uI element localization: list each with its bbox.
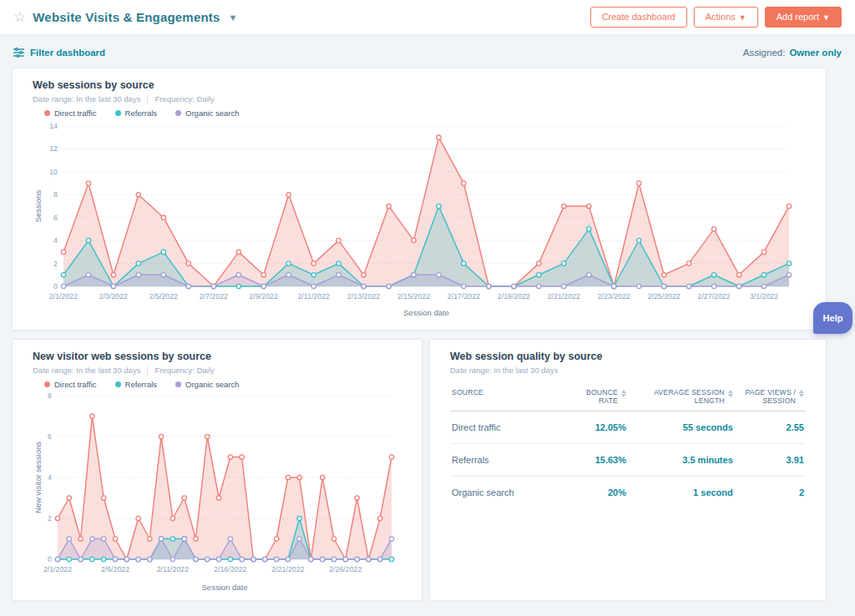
date-range-label: Date range: In the last 30 days: [450, 366, 558, 375]
legend-item-organic-search[interactable]: Organic search: [175, 109, 239, 118]
date-range-label: Date range: In the last 30 days: [33, 94, 140, 104]
legend-item-organic-search[interactable]: Organic search: [175, 380, 239, 389]
date-range-label: Date range: In the last 30 days: [33, 366, 140, 375]
value-cell: 2.55: [735, 412, 806, 444]
svg-text:2/1/2022: 2/1/2022: [43, 565, 72, 573]
svg-text:4: 4: [53, 236, 58, 245]
column-header-bounce-rate[interactable]: BOUNCE RATE: [560, 385, 628, 412]
session-quality-subtitle: Date range: In the last 30 days: [450, 366, 806, 375]
value-cell: 20%: [560, 477, 628, 509]
svg-text:2/7/2022: 2/7/2022: [200, 292, 228, 300]
value-cell: 12.05%: [560, 412, 628, 444]
svg-text:12: 12: [49, 144, 58, 153]
table-header-row: SOURCEBOUNCE RATEAVERAGE SESSION LENGTHP…: [450, 385, 806, 412]
web-sessions-subtitle: Date range: In the last 30 days Frequenc…: [33, 94, 806, 104]
svg-text:6: 6: [48, 432, 52, 441]
source-cell: Direct traffic: [450, 412, 560, 444]
dashboard-title-group: ☆ Website Visits & Engagements ▼: [13, 10, 237, 24]
svg-text:2/6/2022: 2/6/2022: [101, 565, 129, 573]
topbar-actions: Create dashboard Actions▼ Add report▼: [590, 7, 842, 28]
legend-label: Organic search: [185, 109, 239, 118]
chevron-down-icon: ▼: [739, 13, 746, 22]
filter-sliders-icon: [13, 48, 24, 58]
dashboard-switcher-caret-icon[interactable]: ▼: [229, 13, 238, 23]
subtitle-divider: [147, 366, 148, 375]
new-visitor-sessions-legend: Direct trafficReferralsOrganic search: [44, 380, 402, 389]
chevron-down-icon: ▼: [822, 13, 830, 22]
svg-text:2/26/2022: 2/26/2022: [329, 565, 362, 573]
assigned-value-link[interactable]: Owner only: [789, 48, 842, 58]
assigned-label: Assigned:: [743, 48, 786, 58]
favorite-star-icon[interactable]: ☆: [13, 10, 26, 24]
svg-text:2/15/2022: 2/15/2022: [397, 292, 430, 300]
web-sessions-title: Web sessions by source: [33, 79, 806, 91]
legend-dot-icon: [44, 110, 50, 116]
svg-text:10: 10: [49, 168, 58, 176]
filter-dashboard-button[interactable]: Filter dashboard: [13, 48, 105, 58]
value-cell: 55 seconds: [628, 412, 735, 444]
column-header-page-views-session[interactable]: PAGE VIEWS / SESSION: [735, 385, 806, 412]
column-header-average-session-length[interactable]: AVERAGE SESSION LENGTH: [628, 385, 735, 412]
new-visitor-sessions-title: New visitor web sessions by source: [33, 351, 402, 362]
legend-label: Organic search: [185, 380, 239, 389]
svg-text:2/21/2022: 2/21/2022: [548, 292, 580, 300]
subtitle-divider: [147, 95, 148, 104]
svg-text:2/27/2022: 2/27/2022: [698, 292, 731, 300]
svg-text:2/23/2022: 2/23/2022: [598, 292, 630, 300]
svg-text:3/1/2022: 3/1/2022: [750, 292, 778, 300]
legend-label: Referrals: [125, 109, 158, 118]
create-dashboard-button[interactable]: Create dashboard: [590, 7, 687, 28]
filter-dashboard-label: Filter dashboard: [30, 48, 105, 58]
legend-dot-icon: [115, 110, 121, 116]
svg-text:8: 8: [53, 190, 58, 199]
svg-text:2/16/2022: 2/16/2022: [214, 565, 246, 573]
session-quality-table: SOURCEBOUNCE RATEAVERAGE SESSION LENGTHP…: [450, 385, 806, 508]
legend-dot-icon: [175, 110, 181, 116]
legend-label: Direct traffic: [54, 109, 97, 118]
legend-item-direct-traffic[interactable]: Direct traffic: [44, 109, 97, 118]
source-cell: Referrals: [450, 444, 560, 477]
column-header-label: PAGE VIEWS / SESSION: [736, 388, 796, 405]
source-cell: Organic search: [450, 477, 560, 509]
web-sessions-legend: Direct trafficReferralsOrganic search: [44, 109, 806, 118]
svg-text:6: 6: [53, 214, 58, 222]
legend-dot-icon: [175, 381, 181, 387]
actions-button[interactable]: Actions▼: [694, 7, 758, 28]
session-quality-title: Web session quality by source: [450, 351, 806, 362]
table-row: Referrals15.63%3.5 minutes3.91: [450, 444, 806, 477]
svg-text:2/17/2022: 2/17/2022: [448, 292, 480, 300]
value-cell: 1 second: [628, 477, 735, 509]
legend-dot-icon: [115, 381, 121, 387]
top-bar: ☆ Website Visits & Engagements ▼ Create …: [0, 0, 855, 35]
legend-item-referrals[interactable]: Referrals: [115, 380, 158, 389]
new-visitor-sessions-chart[interactable]: 024682/1/20222/6/20222/11/20222/16/20222…: [33, 391, 402, 594]
svg-text:2: 2: [48, 514, 52, 523]
new-visitor-sessions-subtitle: Date range: In the last 30 days Frequenc…: [33, 366, 402, 375]
svg-text:Session date: Session date: [202, 583, 248, 592]
web-sessions-chart[interactable]: 024681012142/1/20222/3/20222/5/20222/7/2…: [33, 119, 806, 320]
svg-text:Session date: Session date: [403, 308, 449, 317]
actions-button-label: Actions: [706, 12, 736, 22]
dashboard-title: Website Visits & Engagements: [33, 10, 220, 24]
column-header-label: AVERAGE SESSION LENGTH: [641, 388, 725, 405]
sort-arrows-icon: [728, 388, 733, 397]
svg-text:14: 14: [49, 122, 58, 130]
add-report-button[interactable]: Add report▼: [765, 7, 842, 28]
legend-item-referrals[interactable]: Referrals: [115, 109, 158, 118]
assigned-control: Assigned: Owner only: [743, 48, 842, 58]
frequency-label: Frequency: Daily: [154, 94, 214, 104]
svg-text:0: 0: [48, 555, 52, 563]
add-report-button-label: Add report: [777, 12, 819, 22]
column-header-label: SOURCE: [452, 388, 483, 396]
session-quality-panel: Web session quality by source Date range…: [429, 339, 827, 601]
column-header-label: BOUNCE RATE: [578, 388, 618, 405]
svg-text:2/11/2022: 2/11/2022: [297, 292, 330, 300]
help-button[interactable]: Help: [813, 302, 852, 334]
frequency-label: Frequency: Daily: [154, 366, 214, 375]
filter-bar: Filter dashboard Assigned: Owner only: [0, 35, 855, 68]
svg-text:4: 4: [48, 473, 52, 482]
legend-label: Direct traffic: [54, 380, 97, 389]
legend-item-direct-traffic[interactable]: Direct traffic: [44, 380, 97, 389]
value-cell: 3.5 minutes: [628, 444, 735, 477]
svg-text:2: 2: [53, 260, 58, 268]
